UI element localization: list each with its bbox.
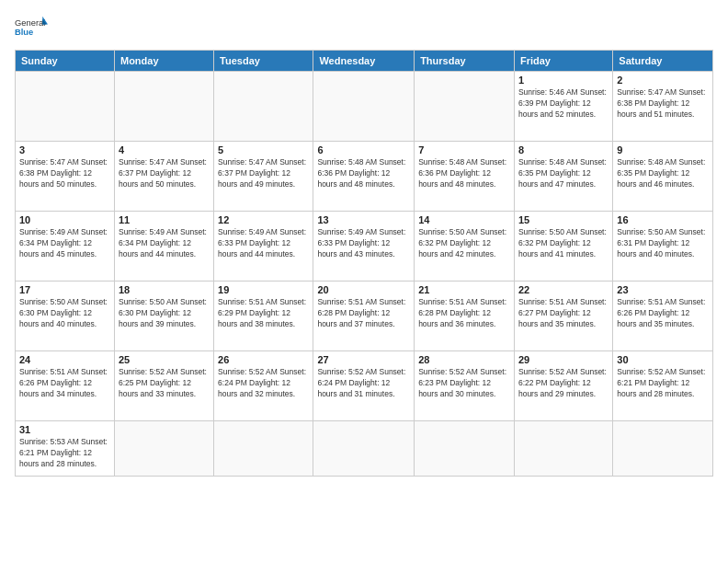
day-info: Sunrise: 5:48 AM Sunset: 6:36 PM Dayligh… [418,157,510,190]
day-number: 27 [317,354,410,365]
calendar-cell: 25Sunrise: 5:52 AM Sunset: 6:25 PM Dayli… [114,351,213,421]
week-row-1: 1Sunrise: 5:46 AM Sunset: 6:39 PM Daylig… [16,72,713,142]
calendar-cell [415,72,515,142]
day-number: 9 [617,144,709,155]
week-row-3: 10Sunrise: 5:49 AM Sunset: 6:34 PM Dayli… [16,212,713,282]
day-info: Sunrise: 5:48 AM Sunset: 6:36 PM Dayligh… [317,157,410,190]
calendar-cell [613,421,713,477]
day-number: 10 [19,214,110,225]
weekday-header-thursday: Thursday [415,51,515,72]
day-info: Sunrise: 5:48 AM Sunset: 6:35 PM Dayligh… [518,157,609,190]
day-number: 29 [518,354,609,365]
weekday-header-monday: Monday [114,51,213,72]
day-info: Sunrise: 5:49 AM Sunset: 6:33 PM Dayligh… [218,227,309,260]
week-row-4: 17Sunrise: 5:50 AM Sunset: 6:30 PM Dayli… [16,282,713,351]
day-info: Sunrise: 5:48 AM Sunset: 6:35 PM Dayligh… [617,157,709,190]
day-number: 2 [617,75,709,86]
day-info: Sunrise: 5:50 AM Sunset: 6:32 PM Dayligh… [418,227,510,260]
header: General Blue [15,15,713,40]
day-info: Sunrise: 5:47 AM Sunset: 6:38 PM Dayligh… [617,87,709,121]
calendar-cell: 20Sunrise: 5:51 AM Sunset: 6:28 PM Dayli… [313,282,415,351]
calendar-cell: 13Sunrise: 5:49 AM Sunset: 6:33 PM Dayli… [313,212,415,282]
calendar-cell: 28Sunrise: 5:52 AM Sunset: 6:23 PM Dayli… [415,351,515,421]
calendar-cell: 9Sunrise: 5:48 AM Sunset: 6:35 PM Daylig… [613,142,713,212]
calendar: SundayMondayTuesdayWednesdayThursdayFrid… [15,50,713,477]
day-info: Sunrise: 5:51 AM Sunset: 6:26 PM Dayligh… [19,367,110,400]
calendar-cell: 12Sunrise: 5:49 AM Sunset: 6:33 PM Dayli… [214,212,313,282]
day-number: 31 [19,424,110,435]
day-number: 14 [418,214,510,225]
day-number: 26 [218,354,309,365]
day-number: 1 [518,75,609,86]
calendar-cell [313,421,415,477]
page: General Blue SundayMondayTuesdayWednesda… [0,0,728,563]
day-info: Sunrise: 5:50 AM Sunset: 6:30 PM Dayligh… [119,297,210,330]
day-number: 28 [418,354,510,365]
calendar-cell: 19Sunrise: 5:51 AM Sunset: 6:29 PM Dayli… [214,282,313,351]
day-info: Sunrise: 5:52 AM Sunset: 6:24 PM Dayligh… [218,367,309,400]
calendar-cell [114,72,213,142]
day-info: Sunrise: 5:53 AM Sunset: 6:21 PM Dayligh… [19,437,110,470]
day-info: Sunrise: 5:52 AM Sunset: 6:22 PM Dayligh… [518,367,609,400]
day-number: 13 [317,214,410,225]
week-row-6: 31Sunrise: 5:53 AM Sunset: 6:21 PM Dayli… [16,421,713,477]
weekday-header-saturday: Saturday [613,51,713,72]
day-info: Sunrise: 5:47 AM Sunset: 6:37 PM Dayligh… [119,157,210,190]
calendar-cell [214,72,313,142]
calendar-cell: 11Sunrise: 5:49 AM Sunset: 6:34 PM Dayli… [114,212,213,282]
day-number: 16 [617,214,709,225]
day-number: 8 [518,144,609,155]
calendar-cell: 10Sunrise: 5:49 AM Sunset: 6:34 PM Dayli… [16,212,115,282]
day-number: 4 [119,144,210,155]
calendar-cell [415,421,515,477]
day-number: 30 [617,354,709,365]
calendar-cell: 14Sunrise: 5:50 AM Sunset: 6:32 PM Dayli… [415,212,515,282]
week-row-5: 24Sunrise: 5:51 AM Sunset: 6:26 PM Dayli… [16,351,713,421]
calendar-cell: 3Sunrise: 5:47 AM Sunset: 6:38 PM Daylig… [16,142,115,212]
calendar-cell: 7Sunrise: 5:48 AM Sunset: 6:36 PM Daylig… [415,142,515,212]
weekday-header-sunday: Sunday [16,51,115,72]
day-number: 17 [19,284,110,295]
day-number: 11 [119,214,210,225]
calendar-cell: 31Sunrise: 5:53 AM Sunset: 6:21 PM Dayli… [16,421,115,477]
day-info: Sunrise: 5:50 AM Sunset: 6:32 PM Dayligh… [518,227,609,260]
day-info: Sunrise: 5:47 AM Sunset: 6:37 PM Dayligh… [218,157,309,190]
calendar-cell: 8Sunrise: 5:48 AM Sunset: 6:35 PM Daylig… [514,142,612,212]
calendar-cell: 29Sunrise: 5:52 AM Sunset: 6:22 PM Dayli… [514,351,612,421]
generalblue-logo-icon: General Blue [15,15,48,40]
calendar-cell: 1Sunrise: 5:46 AM Sunset: 6:39 PM Daylig… [514,72,612,142]
day-number: 7 [418,144,510,155]
calendar-cell: 17Sunrise: 5:50 AM Sunset: 6:30 PM Dayli… [16,282,115,351]
day-number: 6 [317,144,410,155]
day-number: 24 [19,354,110,365]
day-info: Sunrise: 5:52 AM Sunset: 6:24 PM Dayligh… [317,367,410,400]
weekday-header-row: SundayMondayTuesdayWednesdayThursdayFrid… [16,51,713,72]
svg-text:General: General [15,18,45,28]
weekday-header-friday: Friday [514,51,612,72]
day-info: Sunrise: 5:51 AM Sunset: 6:28 PM Dayligh… [317,297,410,330]
calendar-cell: 23Sunrise: 5:51 AM Sunset: 6:26 PM Dayli… [613,282,713,351]
day-number: 20 [317,284,410,295]
calendar-cell: 5Sunrise: 5:47 AM Sunset: 6:37 PM Daylig… [214,142,313,212]
calendar-cell [214,421,313,477]
calendar-cell [313,72,415,142]
day-info: Sunrise: 5:46 AM Sunset: 6:39 PM Dayligh… [518,87,609,121]
day-info: Sunrise: 5:50 AM Sunset: 6:30 PM Dayligh… [19,297,110,330]
calendar-cell [16,72,115,142]
day-number: 18 [119,284,210,295]
calendar-cell [514,421,612,477]
day-info: Sunrise: 5:49 AM Sunset: 6:33 PM Dayligh… [317,227,410,260]
calendar-cell: 18Sunrise: 5:50 AM Sunset: 6:30 PM Dayli… [114,282,213,351]
weekday-header-tuesday: Tuesday [214,51,313,72]
day-number: 23 [617,284,709,295]
day-info: Sunrise: 5:49 AM Sunset: 6:34 PM Dayligh… [119,227,210,260]
day-info: Sunrise: 5:52 AM Sunset: 6:25 PM Dayligh… [119,367,210,400]
day-info: Sunrise: 5:49 AM Sunset: 6:34 PM Dayligh… [19,227,110,260]
svg-text:Blue: Blue [15,28,33,37]
calendar-cell: 30Sunrise: 5:52 AM Sunset: 6:21 PM Dayli… [613,351,713,421]
day-number: 19 [218,284,309,295]
calendar-cell: 15Sunrise: 5:50 AM Sunset: 6:32 PM Dayli… [514,212,612,282]
day-number: 22 [518,284,609,295]
calendar-cell: 21Sunrise: 5:51 AM Sunset: 6:28 PM Dayli… [415,282,515,351]
day-info: Sunrise: 5:51 AM Sunset: 6:28 PM Dayligh… [418,297,510,330]
